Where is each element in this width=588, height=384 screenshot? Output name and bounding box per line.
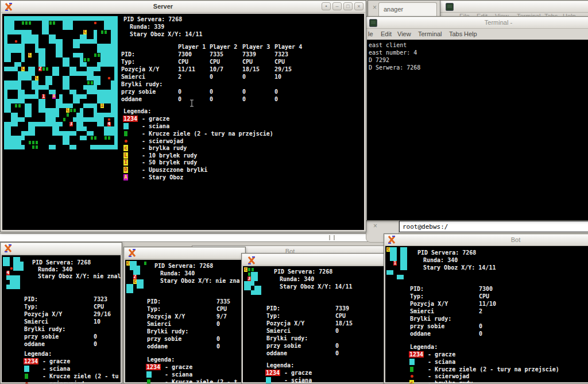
stats-value: CPU <box>210 59 220 66</box>
legend-title: Legenda: <box>147 356 175 363</box>
stats-label: PID: <box>147 298 161 305</box>
stats-label: Pozycja X/Y <box>147 313 185 320</box>
legend-camp-icon: A <box>123 174 128 181</box>
bot4-screen: c1 PID Servera: 7268 Runda: 340 Stary Ob… <box>385 246 588 382</box>
stats-value: 10/7 <box>210 66 223 73</box>
terminal-line: D 7292 <box>369 57 389 64</box>
stats-value: 7335 <box>216 298 230 305</box>
stats-value: 0 <box>94 341 97 348</box>
terminal-icon <box>446 3 454 11</box>
info-runda: Runda: 340 <box>160 270 195 277</box>
background-terminal-title: Te <box>575 3 588 10</box>
background-window-edge <box>0 233 372 242</box>
manager-tab[interactable]: anager <box>378 2 437 17</box>
background-terminal-titlebar[interactable] <box>440 1 588 13</box>
stats-label: Typ: <box>410 293 424 300</box>
stats-value: CPU <box>335 313 346 320</box>
stats-value: 0 <box>274 96 278 103</box>
menu-help[interactable]: Help <box>464 30 477 37</box>
legend-herb-icon <box>410 367 413 372</box>
bot1-titlebar[interactable] <box>1 243 121 255</box>
bot4-window: Bot c1 PID Servera: 7268 Runda: 340 Star… <box>384 233 588 384</box>
menu-view[interactable]: View <box>397 30 411 37</box>
legend-label: - 10 brylek rudy <box>142 152 197 159</box>
stats-label: Brylki rudy: <box>410 316 451 322</box>
stats-value: 7335 <box>210 51 223 58</box>
stats-value: CPU <box>242 59 253 66</box>
info-runda: Runda: 340 <box>423 257 458 264</box>
terminal-line: D Serwera: 7268 <box>369 64 420 71</box>
legend-dropped-icon: D <box>123 167 128 173</box>
close-icon[interactable]: × <box>373 222 377 229</box>
legend-label: - scierwojad <box>428 373 469 380</box>
stats-label: przy sobie <box>24 333 59 340</box>
bot2-window: c2c PID Servera: 7268 Runda: 340 Stary O… <box>123 247 246 384</box>
legend-label: - 50 brylek rudy <box>142 159 197 166</box>
legend-players-chip: 1234 <box>123 116 138 122</box>
legend-label: - gracze <box>142 116 169 122</box>
info-runda: Runda: 340 <box>280 276 314 283</box>
legend-title: Legenda: <box>266 362 294 369</box>
menu-edit[interactable]: Edit <box>381 30 392 37</box>
stats-label: Brylki rudy: <box>266 335 308 342</box>
legend-label: - gracze <box>428 351 455 358</box>
minimize-button[interactable]: – <box>332 2 342 10</box>
player-column-header: Player 3 <box>242 44 270 51</box>
bot3-window: c3 PID Servera: 7268 Runda: 340 Stary Ob… <box>241 253 386 384</box>
stats-value: CPU <box>178 59 188 66</box>
menu-terminal[interactable]: Terminal <box>418 30 442 37</box>
manager-window: × anager <box>368 0 440 17</box>
stats-label: przy sobie <box>410 323 444 330</box>
stats-value: 18/15 <box>335 320 353 327</box>
bot3-screen: c3 PID Servera: 7268 Runda: 340 Stary Ob… <box>243 266 385 382</box>
stats-value: 7323 <box>94 296 107 303</box>
stats-value: CPU <box>94 304 104 310</box>
stats-label: Typ: <box>266 313 280 320</box>
stats-label: Smierci <box>410 308 434 315</box>
info-pid-servera: PID Servera: 7268 <box>32 259 91 266</box>
stats-value: 0 <box>178 89 181 95</box>
shell-prompt: root@debws:/ <box>403 223 448 231</box>
stats-value: 0 <box>242 74 246 80</box>
stats-label: Brylki rudy: <box>147 328 188 335</box>
legend-title: Legenda: <box>24 351 52 358</box>
info-stary-oboz: Stary Oboz X/Y: 14/11 <box>280 283 352 290</box>
close-icon[interactable]: × <box>373 4 377 11</box>
stats-value: 7300 <box>178 51 192 58</box>
info-pid-servera: PID Servera: 7268 <box>154 263 213 270</box>
stats-label: Typ: <box>121 59 135 66</box>
info-pid-servera: PID Servera: 7268 <box>123 16 182 23</box>
stats-value: 7323 <box>274 51 288 58</box>
legend-title: Legenda: <box>410 344 438 351</box>
info-pid-servera: PID Servera: 7268 <box>417 249 476 256</box>
shade-button[interactable]: • <box>322 2 331 10</box>
stats-label: Pozycja X/Y <box>266 320 304 327</box>
bot2-titlebar[interactable] <box>125 248 245 259</box>
menu-file[interactable]: le <box>368 30 373 37</box>
stats-label: przy sobie <box>266 343 301 350</box>
terminal-window: Terminal - le Edit View Terminal Tabs He… <box>365 16 588 221</box>
legend-players-chip: 1234 <box>409 351 424 358</box>
legend-title: Legenda: <box>123 108 151 115</box>
stats-value: 11/11 <box>178 66 195 73</box>
legend-nugget-10-icon: L <box>123 152 128 159</box>
stats-label: Pozycja X/Y <box>24 311 62 318</box>
legend-label: - sciana <box>428 359 455 366</box>
xterm-prompt-area[interactable]: root@debws:/ <box>399 221 588 232</box>
bot1-map: 4 <box>3 257 24 294</box>
menu-tabs[interactable]: Tabs <box>449 30 462 37</box>
terminal-screen[interactable]: east client east number: 4 D 7292 D Serw… <box>367 40 588 220</box>
bot1-window: 4 PID Servera: 7268 Runda: 340 Stary Obo… <box>0 242 122 384</box>
info-runda: Runda: 339 <box>130 24 164 30</box>
stats-label: PID: <box>24 296 38 303</box>
stats-label: oddane <box>266 350 287 357</box>
bot3-titlebar[interactable] <box>242 254 385 266</box>
maximize-button[interactable]: □ <box>343 2 353 10</box>
x11-logo-icon <box>127 248 137 258</box>
close-button[interactable]: × <box>354 2 363 10</box>
stats-value: 0 <box>335 343 339 350</box>
stats-label: Brylki rudy: <box>121 81 163 88</box>
stats-value: 11/10 <box>479 301 496 308</box>
player-column-header: Player 1 <box>178 44 206 51</box>
stats-value: 0 <box>210 74 213 80</box>
